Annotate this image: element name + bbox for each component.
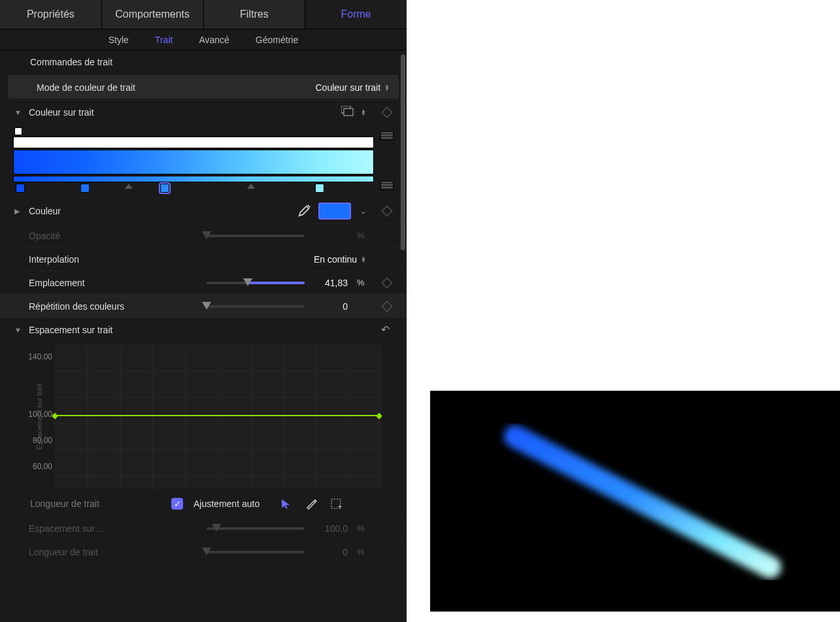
label-opacity: Opacité [29, 231, 160, 241]
value-stroke-length2: 0 [311, 547, 348, 557]
slider-stroke-length2 [207, 551, 305, 553]
label-auto-fit: Ajustement auto [193, 499, 260, 509]
label-stroke-length: Longueur de trait [30, 499, 161, 509]
opacity-stop-handle[interactable] [14, 127, 22, 135]
label-spacing-over-stroke: Espacement sur trait [29, 325, 160, 335]
keyframe-color-over-stroke[interactable] [382, 106, 393, 118]
color-gradient-bar[interactable] [13, 150, 374, 174]
tab-filters[interactable]: Filtres [204, 0, 306, 29]
row-color-repeat: Répétition des couleurs 0 [0, 294, 407, 318]
opacity-gradient-bar[interactable] [13, 137, 374, 148]
gradient-editor [0, 123, 407, 198]
gradient-midpoint[interactable] [125, 184, 133, 189]
disclosure-spacing-over-stroke[interactable]: ▼ [14, 326, 24, 334]
subtab-stroke[interactable]: Trait [155, 35, 173, 45]
keyframe-location[interactable] [382, 277, 393, 288]
row-stroke-length2: Longueur de trait 0 % [0, 540, 407, 563]
keyframe-color-repeat[interactable] [382, 301, 393, 312]
row-spacing-over-stroke: ▼ Espacement sur trait ↶ [0, 318, 407, 341]
disclosure-color-over-stroke[interactable]: ▼ [14, 108, 24, 116]
popup-color-mode[interactable]: Couleur sur trait ▲▼ [315, 82, 390, 93]
row-location: Emplacement 41,83 % [0, 270, 407, 294]
label-spacing-on: Espacement sur… [29, 523, 160, 534]
label-location: Emplacement [29, 278, 160, 288]
gradient-ramp[interactable] [13, 176, 374, 182]
panel-body: Commandes de trait Mode de couleur de tr… [0, 50, 407, 622]
color-well[interactable] [318, 203, 351, 220]
row-color-mode: Mode de couleur de trait Couleur sur tra… [8, 75, 399, 99]
value-location[interactable]: 41,83 [311, 278, 348, 288]
canvas-preview [430, 391, 840, 612]
subtab-advanced[interactable]: Avancé [199, 35, 229, 45]
subtab-style[interactable]: Style [109, 35, 129, 45]
slider-location[interactable] [207, 282, 305, 284]
popup-interpolation[interactable]: En continu ▲▼ [314, 254, 366, 265]
subtab-geometry[interactable]: Géométrie [256, 35, 298, 45]
gradient-preset-stepper[interactable]: ▲▼ [361, 109, 366, 116]
row-spacing-on: Espacement sur… 100,0 % [0, 516, 407, 540]
label-interpolation: Interpolation [29, 254, 160, 265]
svg-line-26 [515, 436, 770, 567]
eyedropper-icon[interactable] [297, 203, 312, 220]
label-color: Couleur [29, 206, 160, 216]
row-interpolation: Interpolation En continu ▲▼ [0, 247, 407, 270]
gradient-stop[interactable] [16, 184, 25, 193]
distribute-opacity-button[interactable] [380, 131, 394, 140]
svg-text:+: + [338, 503, 342, 510]
pen-tool-icon[interactable] [304, 497, 318, 511]
slider-opacity [207, 235, 305, 237]
stroke-controls-header: Commandes de trait [0, 50, 407, 74]
row-color-over-stroke: ▼ Couleur sur trait ▲▼ [0, 100, 407, 123]
distribute-color-button[interactable] [380, 181, 394, 190]
label-color-repeat: Répétition des couleurs [29, 301, 160, 312]
checkbox-auto-fit[interactable]: ✓ [171, 498, 183, 510]
tab-properties[interactable]: Propriétés [0, 0, 102, 29]
disclosure-color[interactable]: ▶ [14, 207, 24, 216]
svg-rect-1 [344, 108, 353, 116]
inspector-panel: Propriétés Comportements Filtres Forme S… [0, 0, 407, 622]
graph-y-label: Espacement sur trait [35, 384, 43, 450]
gradient-stop[interactable] [80, 184, 90, 193]
scrollbar[interactable] [401, 54, 405, 250]
row-auto-fit: Longueur de trait ✓ Ajustement auto + [0, 491, 407, 516]
label-stroke-length2: Longueur de trait [29, 547, 160, 557]
reset-icon[interactable]: ↶ [381, 323, 390, 336]
row-opacity: Opacité % [0, 223, 407, 247]
gradient-stop[interactable] [315, 184, 324, 193]
row-color: ▶ Couleur ⌄ [0, 198, 407, 223]
gradient-midpoint[interactable] [247, 184, 255, 189]
sub-tabs: Style Trait Avancé Géométrie [0, 29, 407, 50]
arrow-tool-icon[interactable] [279, 497, 294, 511]
keyframe-color[interactable] [382, 206, 393, 217]
color-well-menu-icon[interactable]: ⌄ [360, 207, 366, 216]
tick-140: 140,00 [29, 352, 52, 361]
top-tabs: Propriétés Comportements Filtres Forme [0, 0, 407, 29]
gradient-preset-icon[interactable] [341, 106, 354, 118]
gradient-stop-selected[interactable] [160, 184, 169, 193]
label-color-over-stroke: Couleur sur trait [29, 107, 160, 118]
slider-spacing-on [207, 527, 305, 530]
tab-behaviors[interactable]: Comportements [102, 0, 204, 29]
value-color-repeat[interactable]: 0 [311, 301, 348, 312]
tab-shape[interactable]: Forme [305, 0, 407, 29]
svg-text:60,00: 60,00 [33, 462, 52, 471]
label-color-mode: Mode de couleur de trait [37, 82, 167, 93]
value-spacing-on: 100,0 [311, 523, 348, 534]
spacing-graph[interactable]: Espacement sur trait [29, 345, 395, 489]
marquee-tool-icon[interactable]: + [329, 497, 343, 511]
gradient-stops [13, 184, 374, 194]
slider-color-repeat[interactable] [207, 305, 305, 308]
